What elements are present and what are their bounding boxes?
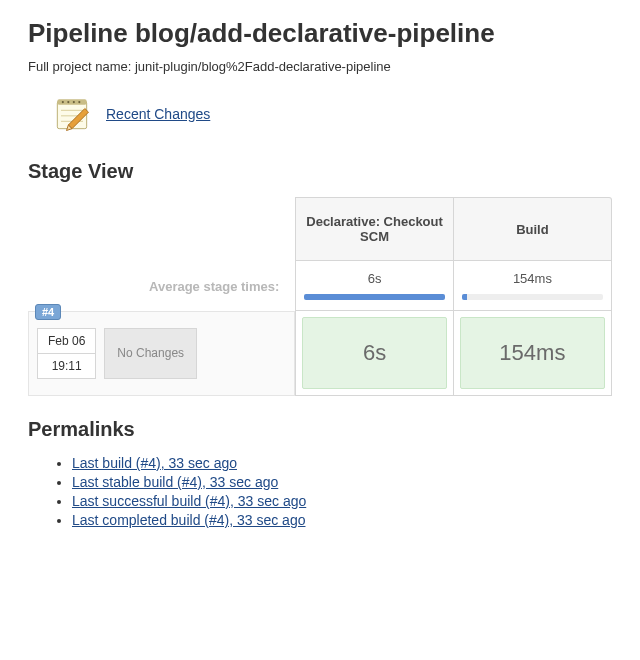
avg-stage-times-label: Average stage times:: [28, 261, 295, 311]
run-stage-cell[interactable]: 6s: [295, 311, 453, 396]
run-date: Feb 06: [38, 329, 95, 354]
avg-stage-cell: 6s: [295, 261, 453, 311]
recent-changes-row: Recent Changes: [50, 92, 612, 136]
run-stage-cell[interactable]: 154ms: [454, 311, 612, 396]
stage-duration: 154ms: [460, 317, 605, 389]
permalink-last-completed-build[interactable]: Last completed build (#4), 33 sec ago: [72, 512, 305, 528]
svg-point-2: [62, 101, 64, 103]
permalink-last-build[interactable]: Last build (#4), 33 sec ago: [72, 455, 237, 471]
svg-point-4: [73, 101, 75, 103]
permalinks: Permalinks Last build (#4), 33 sec ago L…: [28, 418, 612, 528]
avg-value: 154ms: [462, 271, 603, 286]
avg-progress-fill: [462, 294, 468, 300]
full-project-name: Full project name: junit-plugin/blog%2Fa…: [28, 59, 612, 74]
stage-header: Declarative: Checkout SCM: [295, 197, 453, 261]
avg-progress: [462, 294, 603, 300]
no-changes-label: No Changes: [104, 328, 197, 379]
stage-view: Declarative: Checkout SCM Build Average …: [28, 197, 612, 396]
run-left-cell: #4 Feb 06 19:11 No Changes: [28, 311, 295, 396]
stage-header: Build: [454, 197, 612, 261]
avg-value: 6s: [304, 271, 444, 286]
build-badge[interactable]: #4: [35, 304, 61, 320]
avg-progress-fill: [304, 294, 444, 300]
run-date-box: Feb 06 19:11: [37, 328, 96, 379]
page-title: Pipeline blog/add-declarative-pipeline: [28, 18, 612, 49]
permalink-last-stable-build[interactable]: Last stable build (#4), 33 sec ago: [72, 474, 278, 490]
svg-point-5: [78, 101, 80, 103]
avg-progress: [304, 294, 444, 300]
svg-point-3: [67, 101, 69, 103]
permalinks-heading: Permalinks: [28, 418, 612, 441]
stage-duration: 6s: [302, 317, 446, 389]
run-time: 19:11: [38, 354, 95, 378]
notepad-icon: [50, 92, 94, 136]
avg-stage-cell: 154ms: [454, 261, 612, 311]
stage-view-heading: Stage View: [28, 160, 612, 183]
recent-changes-link[interactable]: Recent Changes: [106, 106, 210, 122]
permalink-last-successful-build[interactable]: Last successful build (#4), 33 sec ago: [72, 493, 306, 509]
